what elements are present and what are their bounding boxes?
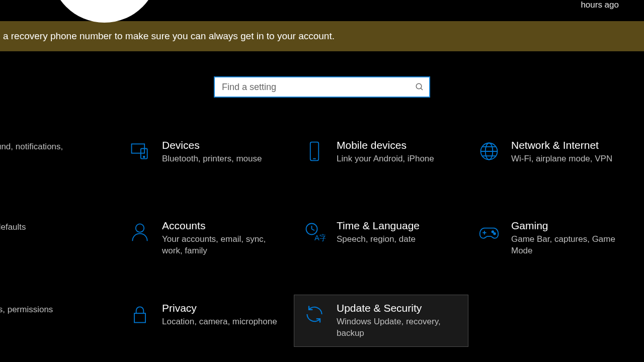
tile-title: Gaming — [511, 220, 633, 232]
svg-point-25 — [494, 233, 496, 235]
sync-icon — [303, 303, 326, 325]
svg-text:A字: A字 — [314, 234, 326, 242]
tile-search[interactable]: files, permissions — [0, 295, 119, 347]
tile-network[interactable]: Network & Internet Wi-Fi, airplane mode,… — [468, 132, 643, 182]
search-icon — [415, 82, 424, 92]
tile-apps[interactable]: ll, defaults — [0, 212, 119, 264]
tile-time-language[interactable]: A字 Time & Language Speech, region, date — [294, 212, 468, 264]
tile-desc: Link your Android, iPhone — [337, 153, 459, 165]
tile-title: Network & Internet — [511, 139, 633, 151]
tile-desc: Speech, region, date — [337, 234, 459, 245]
banner-text: Add a recovery phone number to make sure… — [0, 31, 335, 42]
tile-devices[interactable]: Devices Bluetooth, printers, mouse — [119, 132, 294, 182]
svg-point-7 — [143, 156, 145, 158]
tile-update-security[interactable]: Update & Security Windows Update, recove… — [294, 295, 468, 347]
tile-title: Time & Language — [337, 220, 459, 232]
tile-title: Accounts — [162, 220, 284, 232]
svg-point-24 — [492, 231, 494, 233]
tile-desc: Bluetooth, printers, mouse — [162, 153, 284, 165]
globe-icon — [478, 140, 500, 162]
tile-desc: sound, notifications, — [0, 141, 110, 153]
header: hours ago — [0, 0, 644, 21]
tile-desc: Windows Update, recovery, backup — [337, 316, 459, 339]
person-icon — [129, 221, 151, 243]
svg-rect-8 — [310, 142, 319, 161]
tile-desc: Your accounts, email, sync, work, family — [162, 234, 284, 257]
lock-icon — [129, 303, 151, 325]
tile-desc: Game Bar, captures, Game Mode — [511, 234, 633, 257]
tile-system[interactable]: sound, notifications, — [0, 132, 119, 182]
svg-point-0 — [416, 83, 422, 89]
svg-line-22 — [312, 229, 315, 231]
phone-icon — [303, 140, 326, 162]
tile-desc: files, permissions — [0, 304, 110, 316]
svg-line-1 — [421, 88, 423, 90]
gamepad-icon — [478, 221, 500, 243]
devices-icon — [129, 140, 151, 162]
tile-accounts[interactable]: Accounts Your accounts, email, sync, wor… — [119, 212, 294, 264]
svg-rect-30 — [134, 313, 145, 322]
tile-gaming[interactable]: Gaming Game Bar, captures, Game Mode — [468, 212, 643, 264]
tile-desc: Location, camera, microphone — [162, 316, 284, 328]
tile-mobile-devices[interactable]: Mobile devices Link your Android, iPhone — [294, 132, 468, 182]
tile-title: Update & Security — [337, 302, 459, 314]
svg-point-19 — [136, 224, 144, 232]
tile-desc: Wi-Fi, airplane mode, VPN — [511, 153, 633, 165]
tile-title: Privacy — [162, 302, 284, 314]
sync-time: hours ago — [581, 0, 619, 10]
tile-desc: ll, defaults — [0, 222, 110, 233]
avatar[interactable] — [50, 0, 158, 23]
settings-grid: sound, notifications, Devices Bluetooth,… — [0, 132, 644, 347]
search-box[interactable] — [214, 76, 430, 98]
tile-title: Devices — [162, 139, 284, 151]
search-input[interactable] — [215, 77, 429, 97]
recovery-banner[interactable]: ccess Add a recovery phone number to mak… — [0, 21, 644, 51]
tile-privacy[interactable]: Privacy Location, camera, microphone — [119, 295, 294, 347]
time-language-icon: A字 — [303, 221, 326, 243]
tile-title: Mobile devices — [337, 139, 459, 151]
search-container — [0, 76, 644, 98]
